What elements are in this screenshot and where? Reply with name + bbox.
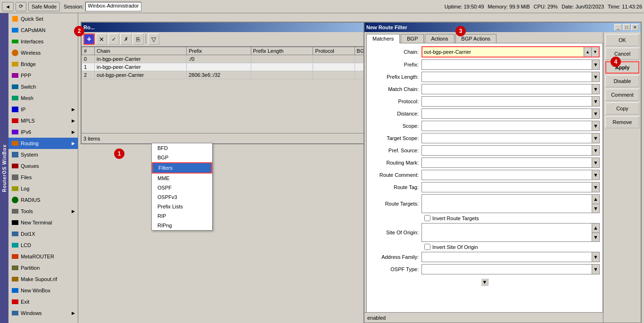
disable-button[interactable]: Disable [605,75,639,87]
invert-site-of-origin-checkbox[interactable] [424,244,430,250]
ok-button[interactable]: OK [605,34,639,46]
uncheck-button[interactable]: ✗ [120,33,132,45]
col-prefix[interactable]: Prefix [187,47,251,55]
sidebar-item-ip[interactable]: IP ▶ [8,104,78,115]
comment-button[interactable]: Comment [605,89,639,101]
address-family-input[interactable] [422,252,592,262]
ospf-type-down-arrow[interactable]: ▼ [592,265,599,274]
target-scope-input[interactable] [422,133,592,143]
distance-input[interactable] [422,109,592,118]
sidebar-item-new-winbox[interactable]: New WinBox [8,285,78,296]
prefix-input[interactable] [422,60,592,69]
invert-route-targets-checkbox[interactable] [424,215,430,221]
sidebar-item-tools[interactable]: Tools ▶ [8,206,78,217]
ctx-ripng[interactable]: RIPng [152,221,212,230]
site-of-origin-input[interactable] [422,224,592,241]
sidebar-item-ppp[interactable]: PPP [8,70,78,81]
chain-up-arrow[interactable]: ▲ [584,47,591,57]
sidebar-item-windows[interactable]: Windows ▶ [8,307,78,319]
route-comment-input[interactable] [422,170,592,180]
sidebar-item-capsman[interactable]: CAPsMAN [8,25,78,36]
address-family-down-arrow[interactable]: ▼ [592,252,599,262]
ctx-ospfv3[interactable]: OSPFv3 [152,192,212,202]
scope-input[interactable] [422,121,592,131]
ctx-bfd[interactable]: BFD [152,143,212,153]
ospf-type-input[interactable] [422,265,592,274]
table-row[interactable]: 1 in-bgp-peer-Carrier [82,63,405,71]
sidebar-item-mesh[interactable]: Mesh [8,92,78,104]
sidebar-item-exit[interactable]: Exit [8,296,78,307]
sidebar-item-wireless[interactable]: Wireless [8,47,78,58]
back-button[interactable]: ◄ [2,2,14,11]
sidebar-item-ipv6[interactable]: IPv6 ▶ [8,126,78,138]
route-tag-input[interactable] [422,182,592,192]
tab-matchers[interactable]: Matchers [366,34,400,43]
table-row[interactable]: 2 out-bgp-peer-Carrier 2806:3e6::/32 [82,71,405,79]
prefix-down-arrow[interactable]: ▼ [592,60,599,69]
cancel-button[interactable]: Cancel [605,48,639,60]
sidebar-item-bridge[interactable]: Bridge [8,58,78,70]
tab-bgp[interactable]: BGP [401,34,424,43]
dialog-minimize-button[interactable]: _ [614,24,622,31]
dialog-maximize-button[interactable]: □ [623,24,630,31]
ctx-ospf[interactable]: OSPF [152,183,212,192]
ctx-mme[interactable]: MME [152,174,212,183]
protocol-down-arrow[interactable]: ▼ [592,97,599,106]
sidebar-item-files[interactable]: Files [8,172,78,183]
remove-button[interactable]: ✕ [96,33,107,45]
sidebar-item-radius[interactable]: RADIUS [8,194,78,206]
site-of-origin-down-arrow[interactable]: ▼ [592,233,599,242]
routing-mark-down-arrow[interactable]: ▼ [592,158,599,167]
route-tag-down-arrow[interactable]: ▼ [592,182,599,192]
chain-down-arrow[interactable]: ▼ [591,47,599,57]
sidebar-item-quick-set[interactable]: Quick Set [8,13,78,25]
sidebar-item-new-terminal[interactable]: New Terminal [8,217,78,228]
ctx-filters[interactable]: Filters [152,162,212,174]
match-chain-down-arrow[interactable]: ▼ [592,84,599,94]
sidebar-item-queues[interactable]: Queues [8,160,78,172]
copy-button[interactable]: ⎘ [132,33,144,45]
sidebar-item-interfaces[interactable]: Interfaces [8,36,78,47]
scope-down-arrow[interactable]: ▼ [592,121,599,131]
sidebar-item-lcd[interactable]: LCD [8,240,78,251]
sidebar-item-mpls[interactable]: MPLS ▶ [8,115,78,126]
route-targets-up-arrow[interactable]: ▲ [592,195,599,204]
sidebar-item-switch[interactable]: Switch [8,81,78,92]
pref-source-input[interactable] [422,146,592,155]
route-targets-down-arrow[interactable]: ▼ [592,204,599,213]
ctx-bgp[interactable]: BGP [152,153,212,162]
dialog-close-button[interactable]: ✕ [631,24,639,31]
ctx-rip[interactable]: RIP [152,211,212,221]
check-button[interactable]: ✓ [108,33,119,45]
sidebar-item-metarouter[interactable]: MetaROUTER [8,251,78,262]
scroll-down-button[interactable]: ▼ [481,278,488,286]
sidebar-item-partition[interactable]: Partition [8,262,78,273]
add-button[interactable]: + [83,33,95,45]
route-targets-input[interactable] [422,195,592,213]
distance-down-arrow[interactable]: ▼ [592,109,599,118]
site-of-origin-up-arrow[interactable]: ▲ [592,224,599,233]
chain-input[interactable] [422,47,584,57]
ctx-prefix-lists[interactable]: Prefix Lists [152,202,212,211]
remove-dialog-button[interactable]: Remove [605,116,639,128]
pref-source-down-arrow[interactable]: ▼ [592,146,599,155]
sidebar-item-routing[interactable]: Routing ▶ [8,138,78,149]
filter-button[interactable]: ▽ [148,33,159,45]
route-comment-down-arrow[interactable]: ▼ [592,170,599,180]
col-prefix-length[interactable]: Prefix Length [251,47,313,55]
sidebar-item-make-supout[interactable]: Make Supout.rif [8,273,78,285]
col-chain[interactable]: Chain [95,47,187,55]
tab-actions[interactable]: Actions [425,34,454,43]
safe-mode-button[interactable]: Safe Mode [28,2,60,11]
sidebar-item-log[interactable]: Log [8,183,78,194]
routing-mark-input[interactable] [422,158,592,167]
forward-button[interactable]: ⟳ [16,2,26,11]
target-scope-down-arrow[interactable]: ▼ [592,133,599,143]
sidebar-item-dot1x[interactable]: Dot1X [8,228,78,240]
copy-dialog-button[interactable]: Copy [605,102,639,115]
col-protocol[interactable]: Protocol [313,47,355,55]
prefix-length-down-arrow[interactable]: ▼ [592,72,599,82]
table-row[interactable]: 0 in-bgp-peer-Carrier :/0 [82,55,405,63]
sidebar-item-system[interactable]: System [8,149,78,160]
protocol-input[interactable] [422,97,592,106]
